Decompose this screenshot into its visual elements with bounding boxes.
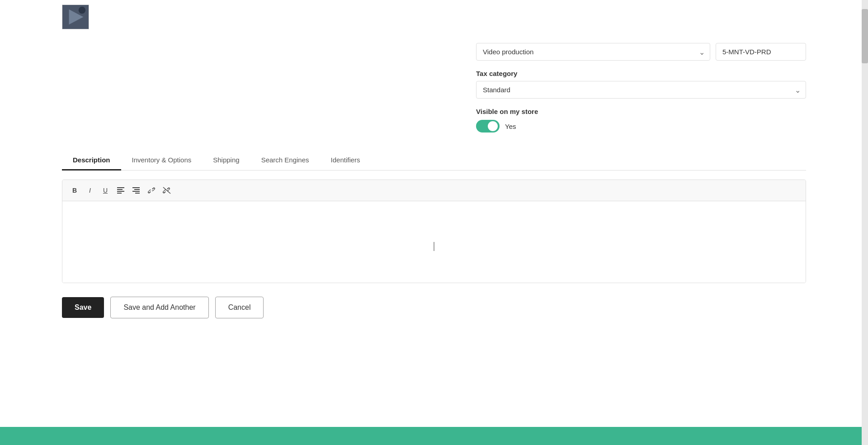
category-select[interactable]: Video production — [476, 43, 710, 61]
unlink-button[interactable] — [160, 184, 174, 197]
sku-input[interactable] — [716, 43, 806, 61]
save-add-another-button[interactable]: Save and Add Another — [110, 297, 208, 318]
italic-button[interactable]: I — [83, 184, 97, 197]
svg-rect-3 — [117, 187, 124, 188]
thumbnail-area — [62, 5, 94, 29]
tab-description[interactable]: Description — [62, 151, 121, 170]
rich-text-editor: B I U — [62, 180, 806, 283]
top-section — [62, 0, 806, 29]
svg-rect-7 — [132, 187, 140, 188]
underline-button[interactable]: U — [99, 184, 112, 197]
tab-identifiers[interactable]: Identifiers — [320, 151, 371, 170]
page-wrapper: Video production ⌄ Tax category Standard… — [0, 0, 868, 445]
tax-section: Tax category Standard ⌄ — [476, 70, 806, 99]
tabs-container: Description Inventory & Options Shipping… — [62, 146, 806, 170]
tab-inventory[interactable]: Inventory & Options — [121, 151, 203, 170]
save-button[interactable]: Save — [62, 297, 104, 318]
svg-rect-5 — [117, 191, 124, 192]
tab-search-engines[interactable]: Search Engines — [250, 151, 320, 170]
align-right-button[interactable] — [129, 184, 143, 197]
cursor — [434, 242, 434, 251]
link-button[interactable] — [145, 184, 158, 197]
align-left-button[interactable] — [114, 184, 127, 197]
visible-section: Visible on my store Yes — [476, 108, 806, 133]
right-scrollbar[interactable] — [862, 0, 868, 445]
svg-rect-9 — [132, 191, 140, 192]
svg-rect-10 — [135, 193, 140, 194]
tax-category-label: Tax category — [476, 70, 806, 77]
toggle-row: Yes — [476, 120, 806, 133]
svg-rect-6 — [117, 193, 122, 194]
svg-rect-4 — [117, 189, 123, 190]
bottom-bar — [0, 427, 868, 445]
tab-shipping[interactable]: Shipping — [202, 151, 250, 170]
scrollbar-thumb[interactable] — [862, 9, 868, 63]
toggle-slider — [476, 120, 500, 133]
visible-status-text: Yes — [505, 123, 516, 130]
category-select-wrapper: Video production ⌄ — [476, 43, 710, 61]
visible-toggle[interactable] — [476, 120, 500, 133]
tax-category-select[interactable]: Standard — [476, 81, 806, 99]
tax-select-wrapper: Standard ⌄ — [476, 81, 806, 99]
editor-toolbar: B I U — [62, 180, 806, 201]
svg-rect-8 — [134, 189, 140, 190]
editor-body[interactable] — [62, 201, 806, 283]
bold-button[interactable]: B — [68, 184, 81, 197]
product-thumbnail — [62, 5, 89, 29]
category-row: Video production ⌄ — [476, 43, 806, 61]
cancel-button[interactable]: Cancel — [215, 297, 264, 318]
visible-label: Visible on my store — [476, 108, 806, 115]
tabs-list: Description Inventory & Options Shipping… — [62, 151, 806, 170]
action-buttons: Save Save and Add Another Cancel — [62, 297, 806, 318]
main-content: Video production ⌄ Tax category Standard… — [0, 0, 868, 318]
svg-point-2 — [79, 7, 85, 14]
